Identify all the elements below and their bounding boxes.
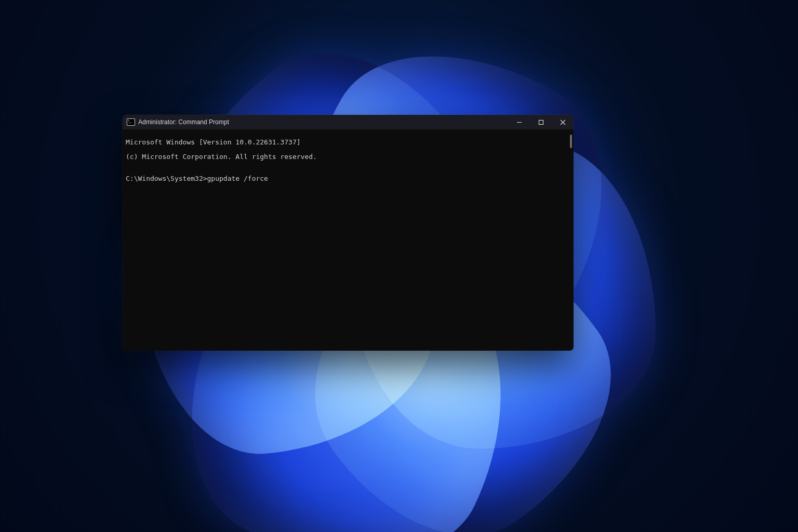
- titlebar[interactable]: Administrator: Command Prompt: [123, 115, 574, 129]
- terminal-output[interactable]: Microsoft Windows [Version 10.0.22631.37…: [123, 129, 574, 351]
- prompt-path: C:\Windows\System32>: [126, 175, 207, 182]
- desktop-background: Administrator: Command Prompt Microsoft …: [0, 0, 798, 532]
- scrollbar[interactable]: [568, 131, 572, 348]
- close-button[interactable]: [552, 115, 574, 129]
- command-prompt-window[interactable]: Administrator: Command Prompt Microsoft …: [123, 115, 574, 351]
- banner-line-1: Microsoft Windows [Version 10.0.22631.37…: [126, 139, 569, 146]
- close-icon: [560, 119, 566, 125]
- cmd-icon: [127, 118, 135, 126]
- typed-command: gpupdate /force: [207, 175, 268, 182]
- window-controls: [508, 115, 574, 129]
- prompt-line: C:\Windows\System32>gpupdate /force: [126, 175, 569, 182]
- svg-rect-1: [539, 120, 543, 124]
- title-area: Administrator: Command Prompt: [127, 118, 229, 126]
- minimize-icon: [516, 119, 522, 125]
- minimize-button[interactable]: [508, 115, 530, 129]
- banner-line-2: (c) Microsoft Corporation. All rights re…: [126, 153, 569, 161]
- scrollbar-thumb[interactable]: [570, 135, 572, 148]
- window-title: Administrator: Command Prompt: [138, 118, 229, 126]
- maximize-icon: [538, 119, 544, 125]
- maximize-button[interactable]: [530, 115, 552, 129]
